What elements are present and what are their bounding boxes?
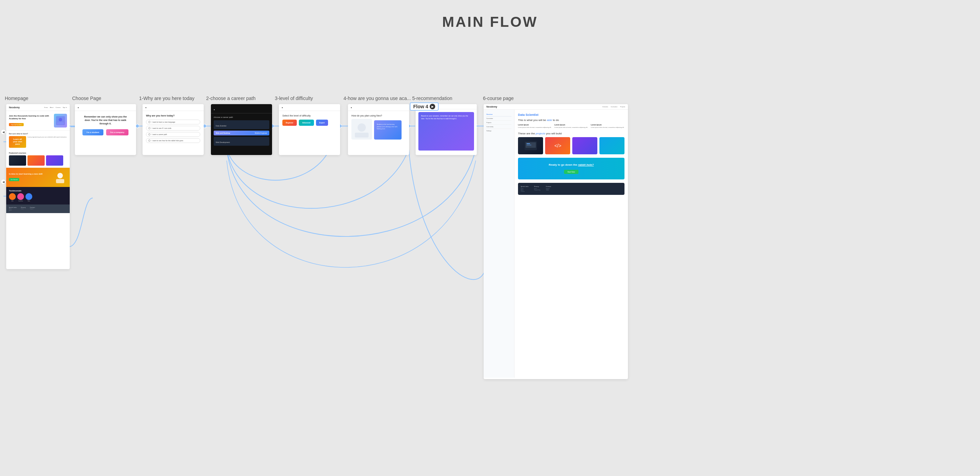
projects-title: These are the projects you will build [518,132,624,135]
flow-canvas: Homepage Choose Page 1-Why are you here … [0,41,962,453]
nav-signin: Sign In [63,107,67,108]
level-beginner[interactable]: Beginner [282,119,297,126]
svg-text:</>: </> [554,143,561,148]
cf-col3-title: Contact [546,186,551,187]
cta-section: Is time to start learning a new skill Ge… [6,168,70,187]
avatar-name-samantha: Samantha [17,201,24,202]
choose-content: Remember we can only show you the door. … [75,111,136,140]
career-card-web[interactable]: Web and Desktop Mobile Engineer [214,131,269,135]
career-content: choose a career path Data Scientist Web … [211,113,272,155]
project-card-1 [518,137,543,154]
nav-arrow-left-top[interactable]: ◀ [1,129,6,135]
learn-content: Learn all your own pace Learn programmin… [9,136,67,148]
level-advanced[interactable]: Advanced [299,119,314,126]
why-title: Why are you here today? [146,115,200,117]
course-nav-3: Projects [620,106,625,108]
choose-opt1[interactable]: I'm a student [83,129,103,135]
how-answer: Academy is the best learning platform we… [377,123,398,130]
how-answer-box: Academy is the best learning platform we… [374,120,402,140]
choose-page-screen: ● Remember we can only show you the door… [75,104,136,155]
choose-title: Remember we can only show you the door. … [81,115,129,125]
course-footer-col-2: Privacy Terms Privacy Policy [534,186,541,192]
featured-cards [9,155,67,166]
avatar-circle-john [9,193,16,200]
project-card-2: </> [545,137,570,154]
why-opt3[interactable]: I want a career path [146,132,200,137]
cf-link-courses: Courses [521,191,529,192]
flow-badge[interactable]: Flow 4 ▶ [410,102,439,111]
why-nav: ● [143,104,204,111]
course-nav-items: Overview Curriculum Projects [603,106,625,108]
learn-badge: Learn all your own pace [9,136,26,148]
cf-col2-title: Privacy [534,186,541,187]
svg-rect-22 [527,143,530,144]
ability-card-2: Lorem Ipsum Lorem ipsum dolor sit amet, … [554,124,588,129]
career-card-webdev-label: Web Development [216,141,230,143]
svg-point-1 [136,124,139,128]
label-career: 2-choose a career path [206,96,256,101]
svg-point-18 [358,123,366,132]
level-buttons: Beginner Advanced Expert [282,119,337,126]
course-footer-links: Quick Links Home About Courses Privacy T… [521,186,622,192]
play-button[interactable]: ▶ [430,104,435,109]
how-use-screen: ● How do you plan using Neo? Academy is … [348,104,409,155]
course-logo: Neodemy [487,105,497,108]
svg-rect-23 [527,145,531,145]
sidebar-overview[interactable]: Overview [487,112,511,116]
testimonials-title: Testimonials [9,190,67,192]
ability1-title: Lorem Ipsum [518,124,552,126]
ready-banner: Ready to go down the rabbit hole? Start … [518,158,624,179]
rec-text: Based on your answers, remember we can o… [421,115,471,120]
label-homepage: Homepage [5,96,29,101]
why-here-screen: ● Why are you here today? I want to lear… [143,104,204,155]
footer-col3-title: Contact [30,207,35,208]
why-opt1[interactable]: I want to learn a new language [146,119,200,124]
abilities-title: This is what you will be able to do [518,119,624,122]
why-opt4[interactable]: I want to see how far the rabbit hole go… [146,138,200,143]
label-why: 1-Why are you here today [139,96,194,101]
choose-opt2[interactable]: I'm a company [106,129,129,135]
hero-image [54,114,67,127]
cf-col1-title: Quick Links [521,186,529,187]
hero-btn[interactable]: Sign Up For Free [9,123,24,126]
footer-col2-title: Privacy [21,207,26,208]
sidebar-settings[interactable]: Settings [487,129,511,133]
avatar-row: John Samantha Ryan [9,193,67,202]
career-card-web-label: Web and Desktop [216,132,230,134]
featured-card-2 [27,155,45,166]
nav-home: Home [44,107,48,108]
why-opt2[interactable]: I want to see if I can code [146,126,200,131]
course-page-screen: Neodemy Overview Curriculum Projects Ove… [484,104,628,379]
nav-arrow-left-bottom[interactable]: ◀ [1,179,6,185]
footer-link-about: About [9,210,17,211]
footer-col-3: Contact Support [30,207,35,211]
how-nav: ● [348,104,409,111]
how-content: How do you plan using Neo? Academy is th… [348,111,409,143]
cta-btn[interactable]: Get Started [9,178,19,181]
sidebar-community[interactable]: Community [487,125,511,129]
avatar-john: John [9,193,16,202]
ability3-title: Lorem Ipsum [591,124,624,126]
testimonials-section: Testimonials John Samantha Ryan [6,187,70,204]
course-footer-col-1: Quick Links Home About Courses [521,186,529,192]
career-card-ds[interactable]: Data Scientist [214,120,269,129]
course-body: Overview Curriculum Projects Community S… [484,110,628,378]
career-card-webdev[interactable]: Web Development [214,137,269,146]
how-title: How do you plan using Neo? [352,115,406,117]
ability2-text: Lorem ipsum dolor sit amet, consectetur … [554,126,588,129]
footer-col1-title: Quick Links [9,207,17,208]
why-opt3-text: I want a career path [152,133,167,135]
career-nav: ● [211,104,272,113]
project-card-3 [572,137,597,154]
sidebar-curriculum[interactable]: Curriculum [487,116,511,121]
footer-col-2: Privacy Terms [21,207,26,211]
why-content: Why are you here today? I want to learn … [143,111,204,148]
avatar-circle-ryan [25,193,32,200]
cta-text-area: Is time to start learning a new skill Ge… [9,173,51,181]
connector-lines [0,41,962,453]
able-word: able [547,119,552,122]
sidebar-projects[interactable]: Projects [487,121,511,125]
level-expert[interactable]: Expert [316,119,328,126]
ready-btn[interactable]: Start Now [564,170,578,174]
how-image [352,119,372,140]
